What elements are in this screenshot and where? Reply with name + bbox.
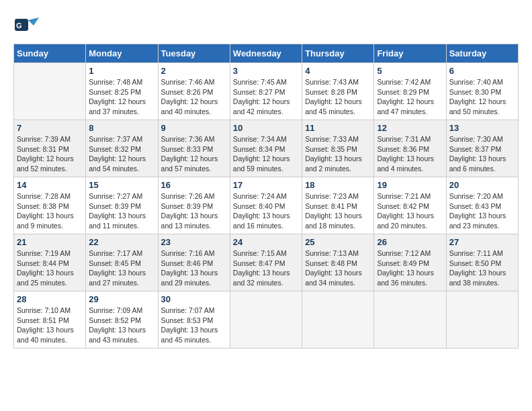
sunrise: Sunrise: 7:46 AM bbox=[161, 78, 215, 86]
sunrise: Sunrise: 7:43 AM bbox=[305, 78, 359, 86]
calendar-cell: 6 Sunrise: 7:40 AM Sunset: 8:30 PM Dayli… bbox=[446, 63, 518, 120]
daylight: Daylight: 13 hours and 27 minutes. bbox=[89, 269, 146, 287]
daylight: Daylight: 13 hours and 9 minutes. bbox=[17, 212, 74, 230]
daylight: Daylight: 13 hours and 4 minutes. bbox=[377, 154, 434, 173]
calendar-cell: 7 Sunrise: 7:39 AM Sunset: 8:31 PM Dayli… bbox=[14, 120, 86, 177]
cell-info: Sunrise: 7:16 AM Sunset: 8:46 PM Dayligh… bbox=[161, 248, 227, 288]
cell-info: Sunrise: 7:34 AM Sunset: 8:34 PM Dayligh… bbox=[233, 134, 299, 174]
day-number: 12 bbox=[377, 123, 443, 133]
sunrise: Sunrise: 7:34 AM bbox=[233, 135, 287, 143]
day-number: 9 bbox=[161, 123, 227, 133]
weekday-header: Friday bbox=[374, 44, 446, 63]
daylight: Daylight: 12 hours and 59 minutes. bbox=[233, 154, 290, 173]
calendar-cell: 21 Sunrise: 7:19 AM Sunset: 8:44 PM Dayl… bbox=[14, 234, 86, 291]
cell-info: Sunrise: 7:39 AM Sunset: 8:31 PM Dayligh… bbox=[17, 134, 83, 174]
sunrise: Sunrise: 7:45 AM bbox=[233, 78, 287, 86]
sunrise: Sunrise: 7:07 AM bbox=[161, 306, 215, 314]
calendar-cell: 3 Sunrise: 7:45 AM Sunset: 8:27 PM Dayli… bbox=[230, 63, 302, 120]
sunset: Sunset: 8:40 PM bbox=[233, 202, 285, 210]
weekday-header: Sunday bbox=[14, 44, 86, 63]
cell-info: Sunrise: 7:20 AM Sunset: 8:43 PM Dayligh… bbox=[449, 191, 515, 231]
sunset: Sunset: 8:50 PM bbox=[449, 259, 502, 267]
daylight: Daylight: 12 hours and 45 minutes. bbox=[305, 97, 362, 116]
cell-info: Sunrise: 7:40 AM Sunset: 8:30 PM Dayligh… bbox=[449, 77, 515, 117]
sunrise: Sunrise: 7:21 AM bbox=[377, 192, 431, 200]
day-number: 11 bbox=[305, 123, 371, 133]
calendar-cell: 10 Sunrise: 7:34 AM Sunset: 8:34 PM Dayl… bbox=[230, 120, 302, 177]
calendar-cell: 9 Sunrise: 7:36 AM Sunset: 8:33 PM Dayli… bbox=[158, 120, 230, 177]
sunrise: Sunrise: 7:42 AM bbox=[377, 78, 431, 86]
day-number: 5 bbox=[377, 66, 443, 76]
sunset: Sunset: 8:31 PM bbox=[17, 145, 69, 153]
cell-info: Sunrise: 7:19 AM Sunset: 8:44 PM Dayligh… bbox=[17, 248, 83, 288]
sunrise: Sunrise: 7:26 AM bbox=[161, 192, 215, 200]
cell-info: Sunrise: 7:24 AM Sunset: 8:40 PM Dayligh… bbox=[233, 191, 299, 231]
daylight: Daylight: 12 hours and 54 minutes. bbox=[89, 154, 146, 173]
calendar-cell bbox=[302, 291, 374, 349]
cell-info: Sunrise: 7:48 AM Sunset: 8:25 PM Dayligh… bbox=[89, 77, 154, 117]
calendar-cell: 4 Sunrise: 7:43 AM Sunset: 8:28 PM Dayli… bbox=[302, 63, 374, 120]
cell-info: Sunrise: 7:26 AM Sunset: 8:39 PM Dayligh… bbox=[161, 191, 227, 231]
sunset: Sunset: 8:52 PM bbox=[89, 316, 141, 324]
weekday-header: Tuesday bbox=[158, 44, 230, 63]
sunset: Sunset: 8:49 PM bbox=[377, 259, 429, 267]
sunrise: Sunrise: 7:20 AM bbox=[449, 192, 503, 200]
calendar-cell: 23 Sunrise: 7:16 AM Sunset: 8:46 PM Dayl… bbox=[158, 234, 230, 291]
sunrise: Sunrise: 7:48 AM bbox=[89, 78, 142, 86]
cell-info: Sunrise: 7:28 AM Sunset: 8:38 PM Dayligh… bbox=[17, 191, 83, 231]
day-number: 15 bbox=[89, 180, 154, 190]
cell-info: Sunrise: 7:12 AM Sunset: 8:49 PM Dayligh… bbox=[377, 248, 443, 288]
cell-info: Sunrise: 7:07 AM Sunset: 8:53 PM Dayligh… bbox=[161, 306, 227, 345]
cell-info: Sunrise: 7:21 AM Sunset: 8:42 PM Dayligh… bbox=[377, 191, 443, 231]
sunset: Sunset: 8:33 PM bbox=[161, 145, 214, 153]
sunset: Sunset: 8:32 PM bbox=[89, 145, 141, 153]
cell-info: Sunrise: 7:31 AM Sunset: 8:36 PM Dayligh… bbox=[377, 134, 443, 174]
daylight: Daylight: 13 hours and 13 minutes. bbox=[161, 212, 218, 230]
daylight: Daylight: 12 hours and 42 minutes. bbox=[233, 97, 290, 116]
calendar-cell: 17 Sunrise: 7:24 AM Sunset: 8:40 PM Dayl… bbox=[230, 177, 302, 234]
calendar-cell: 16 Sunrise: 7:26 AM Sunset: 8:39 PM Dayl… bbox=[158, 177, 230, 234]
sunrise: Sunrise: 7:17 AM bbox=[89, 249, 142, 257]
sunset: Sunset: 8:46 PM bbox=[161, 259, 214, 267]
sunset: Sunset: 8:42 PM bbox=[377, 202, 429, 210]
daylight: Daylight: 13 hours and 23 minutes. bbox=[449, 212, 506, 230]
day-number: 16 bbox=[161, 180, 227, 190]
sunrise: Sunrise: 7:11 AM bbox=[449, 249, 503, 257]
sunset: Sunset: 8:39 PM bbox=[89, 202, 141, 210]
sunrise: Sunrise: 7:28 AM bbox=[17, 192, 71, 200]
cell-info: Sunrise: 7:43 AM Sunset: 8:28 PM Dayligh… bbox=[305, 77, 371, 117]
sunset: Sunset: 8:38 PM bbox=[17, 202, 69, 210]
daylight: Daylight: 12 hours and 50 minutes. bbox=[449, 97, 506, 116]
calendar-cell: 29 Sunrise: 7:09 AM Sunset: 8:52 PM Dayl… bbox=[86, 291, 158, 349]
day-number: 18 bbox=[305, 180, 371, 190]
daylight: Daylight: 12 hours and 40 minutes. bbox=[161, 97, 218, 116]
calendar-cell bbox=[230, 291, 302, 349]
calendar-cell: 20 Sunrise: 7:20 AM Sunset: 8:43 PM Dayl… bbox=[446, 177, 518, 234]
calendar-cell: 26 Sunrise: 7:12 AM Sunset: 8:49 PM Dayl… bbox=[374, 234, 446, 291]
daylight: Daylight: 13 hours and 6 minutes. bbox=[449, 154, 506, 173]
cell-info: Sunrise: 7:13 AM Sunset: 8:48 PM Dayligh… bbox=[305, 248, 371, 288]
day-number: 25 bbox=[305, 237, 371, 247]
calendar-cell: 28 Sunrise: 7:10 AM Sunset: 8:51 PM Dayl… bbox=[14, 291, 86, 349]
cell-info: Sunrise: 7:42 AM Sunset: 8:29 PM Dayligh… bbox=[377, 77, 443, 117]
calendar-cell: 25 Sunrise: 7:13 AM Sunset: 8:48 PM Dayl… bbox=[302, 234, 374, 291]
day-number: 26 bbox=[377, 237, 443, 247]
day-number: 23 bbox=[161, 237, 227, 247]
sunrise: Sunrise: 7:16 AM bbox=[161, 249, 215, 257]
sunrise: Sunrise: 7:27 AM bbox=[89, 192, 142, 200]
weekday-header: Monday bbox=[86, 44, 158, 63]
day-number: 6 bbox=[449, 66, 515, 76]
daylight: Daylight: 13 hours and 38 minutes. bbox=[449, 269, 506, 287]
day-number: 17 bbox=[233, 180, 299, 190]
day-number: 28 bbox=[17, 294, 83, 304]
sunrise: Sunrise: 7:24 AM bbox=[233, 192, 287, 200]
day-number: 8 bbox=[89, 123, 154, 133]
sunset: Sunset: 8:43 PM bbox=[449, 202, 502, 210]
day-number: 3 bbox=[233, 66, 299, 76]
sunset: Sunset: 8:34 PM bbox=[233, 145, 285, 153]
daylight: Daylight: 13 hours and 11 minutes. bbox=[89, 212, 146, 230]
daylight: Daylight: 13 hours and 36 minutes. bbox=[377, 269, 434, 287]
sunset: Sunset: 8:51 PM bbox=[17, 316, 69, 324]
day-number: 24 bbox=[233, 237, 299, 247]
calendar-cell: 27 Sunrise: 7:11 AM Sunset: 8:50 PM Dayl… bbox=[446, 234, 518, 291]
